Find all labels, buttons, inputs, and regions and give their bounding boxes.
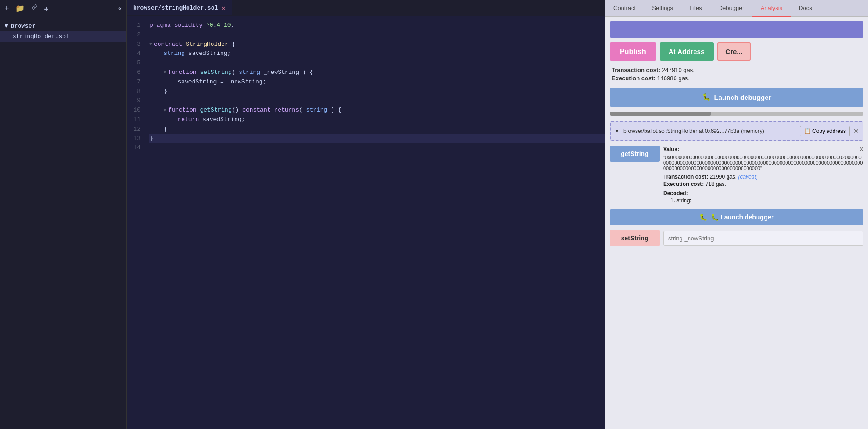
getstring-button[interactable]: getString xyxy=(610,146,660,162)
at-address-button[interactable]: At Address xyxy=(660,42,714,61)
line-num-7: 7 xyxy=(127,78,145,87)
editor-area: browser/stringHolder.sol ✕ 1 2 3 4 5 6 7… xyxy=(127,0,605,429)
tab-settings[interactable]: Settings xyxy=(644,0,681,16)
scrollbar-track[interactable] xyxy=(610,112,863,116)
result-meta: Transaction cost: 21990 gas. (caveat) Ex… xyxy=(663,174,863,187)
transaction-cost: Transaction cost: 247910 gas. xyxy=(612,67,862,73)
gas-info: Transaction cost: 247910 gas. Execution … xyxy=(610,65,863,83)
contract-instance: ▼ browser/ballot.sol:StringHolder at 0x6… xyxy=(610,121,863,141)
folder-arrow: ▼ xyxy=(5,23,8,29)
line-num-5: 5 xyxy=(127,58,145,68)
line-num-2: 2 xyxy=(127,30,145,40)
setstring-button[interactable]: setString xyxy=(610,230,660,246)
code-line-1: pragma solidity ^0.4.10; xyxy=(149,21,605,30)
code-line-7: savedString = _newString; xyxy=(149,78,605,87)
getstring-exec-cost: Execution cost: 718 gas. xyxy=(663,181,863,187)
instance-title: browser/ballot.sol:StringHolder at 0x692… xyxy=(623,128,796,134)
launch-debugger-button[interactable]: 🐛 Launch debugger xyxy=(610,88,863,107)
panel-content: Publish At Address Cre... Transaction co… xyxy=(605,17,868,251)
tab-docs[interactable]: Docs xyxy=(791,0,820,16)
editor-tab-stringholder[interactable]: browser/stringHolder.sol ✕ xyxy=(127,0,232,15)
scrollbar-thumb[interactable] xyxy=(610,112,711,116)
code-line-6: ▼function setString( string _newString )… xyxy=(149,68,605,78)
code-line-4: string savedString; xyxy=(149,49,605,58)
code-line-5 xyxy=(149,58,605,68)
line-numbers: 1 2 3 4 5 6 7 8 9 10 11 12 13 14 xyxy=(127,16,145,429)
publish-button[interactable]: Publish xyxy=(610,42,656,61)
tab-close-icon[interactable]: ✕ xyxy=(222,4,225,12)
tab-debugger[interactable]: Debugger xyxy=(710,0,752,16)
sidebar: + 📁 ✚ « ▼ browser stringHolder.sol xyxy=(0,0,127,429)
tab-contract[interactable]: Contract xyxy=(605,0,644,16)
result-close-icon[interactable]: X xyxy=(859,146,863,153)
code-content[interactable]: pragma solidity ^0.4.10; ▼contract Strin… xyxy=(145,16,605,429)
code-line-11: return savedString; xyxy=(149,115,605,125)
setstring-row: setString xyxy=(610,230,863,246)
value-label: Value: xyxy=(663,146,679,152)
launch-debugger-label: Launch debugger xyxy=(714,93,772,101)
getstring-tx-cost: Transaction cost: 21990 gas. (caveat) xyxy=(663,174,863,180)
line-num-11: 11 xyxy=(127,115,145,125)
line-num-3: 3 xyxy=(127,40,145,49)
code-editor[interactable]: 1 2 3 4 5 6 7 8 9 10 11 12 13 14 pragma … xyxy=(127,16,605,429)
add-plugin-icon[interactable]: ✚ xyxy=(44,4,49,13)
file-tree: ▼ browser stringHolder.sol xyxy=(0,17,126,45)
panel-search-bar[interactable] xyxy=(610,21,863,38)
launch-debugger-button-2[interactable]: 🐛 🐛 Launch debugger xyxy=(610,209,863,225)
line-num-13: 13 xyxy=(127,134,145,144)
new-file-icon[interactable]: + xyxy=(5,5,9,13)
create-button[interactable]: Cre... xyxy=(717,42,751,61)
sidebar-toolbar: + 📁 ✚ « xyxy=(0,0,126,17)
decoded-section: Decoded: 1. string: xyxy=(663,190,863,204)
tab-label: browser/stringHolder.sol xyxy=(133,5,218,11)
code-line-9 xyxy=(149,96,605,106)
setstring-input[interactable] xyxy=(663,231,863,246)
code-line-13: } xyxy=(149,134,605,144)
line-num-6: 6 xyxy=(127,68,145,78)
result-header: Value: X xyxy=(663,146,863,153)
result-value: "0x0000000000000000000000000000000000000… xyxy=(663,155,863,171)
copy-address-button[interactable]: 📋 Copy address xyxy=(800,126,850,136)
code-line-2 xyxy=(149,30,605,40)
tab-files[interactable]: Files xyxy=(681,0,710,16)
code-line-14 xyxy=(149,143,605,153)
code-line-10: ▼function getString() constant returns( … xyxy=(149,106,605,115)
execution-cost: Execution cost: 146986 gas. xyxy=(612,75,862,82)
line-num-1: 1 xyxy=(127,21,145,30)
string-holder-file[interactable]: stringHolder.sol xyxy=(0,31,126,42)
instance-header: ▼ browser/ballot.sol:StringHolder at 0x6… xyxy=(614,126,859,136)
folder-name: browser xyxy=(11,23,36,29)
line-num-12: 12 xyxy=(127,125,145,134)
line-num-4: 4 xyxy=(127,49,145,58)
browser-folder[interactable]: ▼ browser xyxy=(0,21,126,31)
file-name: stringHolder.sol xyxy=(13,33,69,40)
collapse-sidebar-icon[interactable]: « xyxy=(118,5,122,12)
bug-icon: 🐛 xyxy=(702,93,711,101)
caveat-link[interactable]: (caveat) xyxy=(738,174,757,180)
bug-icon-2: 🐛 xyxy=(699,214,707,221)
button-row: Publish At Address Cre... xyxy=(610,42,863,61)
editor-tabs: browser/stringHolder.sol ✕ xyxy=(127,0,605,16)
getstring-result: Value: X "0x0000000000000000000000000000… xyxy=(663,146,863,205)
line-num-9: 9 xyxy=(127,96,145,106)
decoded-label: Decoded: xyxy=(663,190,863,196)
line-num-8: 8 xyxy=(127,87,145,97)
link-icon[interactable] xyxy=(31,4,38,13)
line-num-10: 10 xyxy=(127,106,145,115)
launch-debugger-label-2: 🐛 Launch debugger xyxy=(711,214,773,221)
decoded-item: 1. string: xyxy=(663,197,863,204)
code-line-3: ▼contract StringHolder { xyxy=(149,40,605,49)
open-folder-icon[interactable]: 📁 xyxy=(15,4,24,13)
right-panel: Contract Settings Files Debugger Analysi… xyxy=(605,0,868,429)
instance-toggle-arrow[interactable]: ▼ xyxy=(614,128,620,134)
panel-tabs: Contract Settings Files Debugger Analysi… xyxy=(605,0,868,17)
instance-close-icon[interactable]: ✕ xyxy=(854,127,859,135)
line-num-14: 14 xyxy=(127,143,145,153)
code-line-12: } xyxy=(149,125,605,134)
getstring-row: getString Value: X "0x000000000000000000… xyxy=(610,146,863,205)
code-line-8: } xyxy=(149,87,605,97)
tab-analysis[interactable]: Analysis xyxy=(752,0,791,17)
